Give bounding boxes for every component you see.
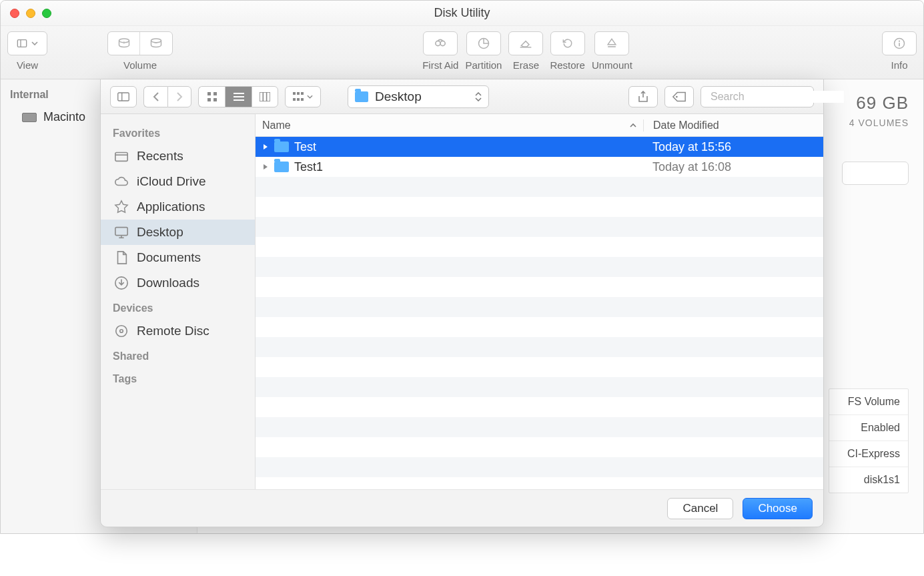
favorites-label: Favorites: [101, 121, 255, 143]
view-button[interactable]: [7, 31, 47, 55]
location-popup[interactable]: Desktop: [348, 85, 489, 108]
toggle-sidebar-button[interactable]: [110, 86, 137, 107]
name-column-label: Name: [262, 119, 291, 131]
search-field[interactable]: [701, 86, 814, 107]
cancel-button[interactable]: Cancel: [667, 498, 733, 519]
folder-icon: [274, 162, 289, 172]
svg-point-32: [676, 95, 678, 97]
empty-row: [256, 317, 823, 337]
empty-row: [256, 357, 823, 377]
back-button[interactable]: [143, 86, 167, 107]
desktop-icon: [114, 225, 129, 240]
disclosure-triangle-icon[interactable]: [262, 164, 269, 170]
svg-rect-19: [213, 98, 217, 101]
tags-button[interactable]: [664, 86, 694, 107]
volume-size-value: 69 GB: [849, 93, 909, 113]
popup-chevrons-icon: [475, 92, 482, 101]
info-button[interactable]: [882, 31, 917, 55]
erase-button[interactable]: [508, 31, 543, 55]
unmount-label: Unmount: [592, 59, 632, 71]
empty-row: [256, 397, 823, 417]
file-row[interactable]: TestToday at 15:56: [256, 137, 823, 157]
volume-details-table: FS Volume Enabled CI-Express disk1s1: [829, 388, 909, 493]
first-aid-button[interactable]: [423, 31, 458, 55]
restore-button[interactable]: [550, 31, 585, 55]
empty-row: [256, 197, 823, 217]
choose-button[interactable]: Choose: [743, 498, 813, 519]
cloud-icon: [114, 174, 129, 189]
empty-row: [256, 437, 823, 457]
svg-rect-35: [115, 153, 127, 162]
icon-view-button[interactable]: [198, 86, 225, 107]
folder-icon: [355, 91, 368, 102]
forward-button[interactable]: [167, 86, 191, 107]
sidebar-item-icloud[interactable]: iCloud Drive: [101, 169, 255, 194]
sidebar-item-remote-disc[interactable]: Remote Disc: [101, 318, 255, 344]
name-column-header[interactable]: Name: [256, 119, 643, 131]
file-date: Today at 16:08: [643, 160, 823, 174]
sidebar-item-label: Applications: [137, 200, 205, 214]
first-aid-label: First Aid: [422, 59, 458, 71]
group-by-button[interactable]: [285, 86, 321, 107]
svg-rect-16: [207, 92, 211, 95]
partition-label: Partition: [465, 59, 502, 71]
svg-point-7: [440, 41, 445, 45]
svg-rect-28: [301, 92, 304, 95]
volume-remove-button[interactable]: −: [140, 32, 172, 55]
empty-row: [256, 457, 823, 477]
sidebar-item-label: Downloads: [137, 276, 199, 290]
restore-label: Restore: [550, 59, 585, 71]
file-row[interactable]: Test1Today at 16:08: [256, 157, 823, 177]
file-date: Today at 15:56: [643, 140, 823, 154]
sidebar-item-downloads[interactable]: Downloads: [101, 270, 255, 296]
empty-row: [256, 297, 823, 317]
date-column-label: Date Modified: [653, 119, 719, 131]
sheet-footer: Cancel Choose: [101, 489, 823, 527]
empty-row: [256, 417, 823, 437]
chevron-down-icon: [307, 95, 313, 99]
column-view-icon: [260, 92, 270, 101]
volume-add-button[interactable]: +: [108, 32, 140, 55]
volume-minus-icon: −: [149, 37, 163, 49]
svg-rect-37: [115, 228, 127, 236]
view-toolbar-item: View: [7, 31, 47, 71]
detail-row: FS Volume: [829, 389, 908, 415]
empty-row: [256, 277, 823, 297]
sidebar-volume-name: Macinto: [43, 110, 85, 124]
svg-point-41: [116, 326, 127, 337]
tag-icon: [672, 91, 686, 102]
sidebar-item-recents[interactable]: Recents: [101, 143, 255, 169]
disclosure-triangle-icon[interactable]: [262, 143, 269, 150]
sidebar-item-documents[interactable]: Documents: [101, 245, 255, 270]
volume-size-block: 69 GB 4 VOLUMES: [849, 93, 909, 128]
svg-rect-30: [297, 98, 300, 101]
svg-rect-26: [293, 92, 296, 95]
sidebar-item-label: Recents: [137, 149, 183, 164]
recents-icon: [114, 149, 129, 164]
downloads-icon: [114, 276, 129, 290]
volume-count-label: 4 VOLUMES: [849, 117, 909, 128]
empty-row: [256, 177, 823, 197]
list-view-button[interactable]: [225, 86, 252, 107]
sidebar-item-label: iCloud Drive: [137, 174, 205, 189]
partition-button[interactable]: [466, 31, 501, 55]
date-column-header[interactable]: Date Modified: [643, 119, 823, 131]
detail-row: Enabled: [829, 415, 908, 441]
group-by-icon: [293, 92, 304, 101]
devices-label: Devices: [101, 296, 255, 318]
erase-label: Erase: [513, 59, 539, 71]
unmount-button[interactable]: [594, 31, 629, 55]
nav-button-group: [143, 86, 191, 107]
file-list-body: TestToday at 15:56Test1Today at 16:08: [256, 137, 823, 489]
share-button[interactable]: [628, 86, 658, 107]
chevron-left-icon: [153, 92, 159, 101]
sidebar-item-desktop[interactable]: Desktop: [101, 220, 255, 245]
empty-row: [256, 237, 823, 257]
column-view-button[interactable]: [252, 86, 278, 107]
empty-row: [256, 477, 823, 489]
empty-row: [256, 257, 823, 277]
search-input[interactable]: [711, 91, 844, 103]
volume-plus-icon: +: [117, 37, 131, 49]
sidebar-item-applications[interactable]: Applications: [101, 194, 255, 220]
svg-point-12: [899, 41, 900, 42]
